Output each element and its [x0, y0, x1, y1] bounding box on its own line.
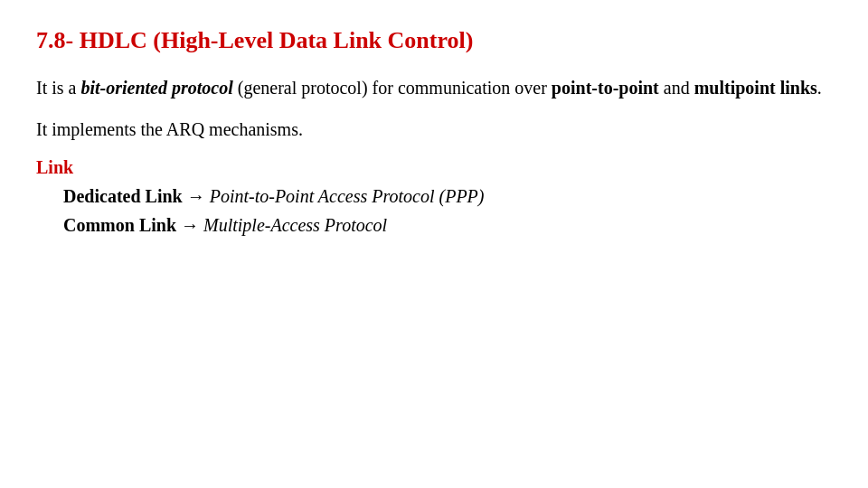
common-link-label: Common Link — [63, 215, 176, 235]
common-link-arrow: → — [181, 215, 203, 235]
page-title: 7.8- HDLC (High-Level Data Link Control) — [36, 27, 832, 54]
para1-bold1: point-to-point — [552, 78, 659, 98]
page: 7.8- HDLC (High-Level Data Link Control)… — [0, 0, 868, 488]
para1-text-before: It is a — [36, 78, 80, 98]
para1-text-end: . — [817, 78, 822, 98]
paragraph-1: It is a bit-oriented protocol (general p… — [36, 74, 832, 101]
link-item-dedicated: Dedicated Link → Point-to-Point Access P… — [36, 182, 832, 211]
para1-text-middle: (general protocol) for communication ove… — [233, 78, 552, 98]
dedicated-link-arrow: → — [187, 186, 210, 206]
para1-bold2: multipoint links — [694, 78, 817, 98]
link-item-common: Common Link → Multiple-Access Protocol — [36, 211, 832, 239]
paragraph-2: It implements the ARQ mechanisms. — [36, 116, 832, 143]
dedicated-link-protocol: Point-to-Point Access Protocol (PPP) — [210, 186, 485, 206]
dedicated-link-label: Dedicated Link — [63, 186, 183, 206]
link-heading: Link — [36, 157, 832, 178]
link-section: Link Dedicated Link → Point-to-Point Acc… — [36, 157, 832, 239]
common-link-protocol: Multiple-Access Protocol — [203, 215, 387, 235]
para1-text-and: and — [659, 78, 694, 98]
para1-bold-italic: bit-oriented protocol — [80, 78, 232, 98]
